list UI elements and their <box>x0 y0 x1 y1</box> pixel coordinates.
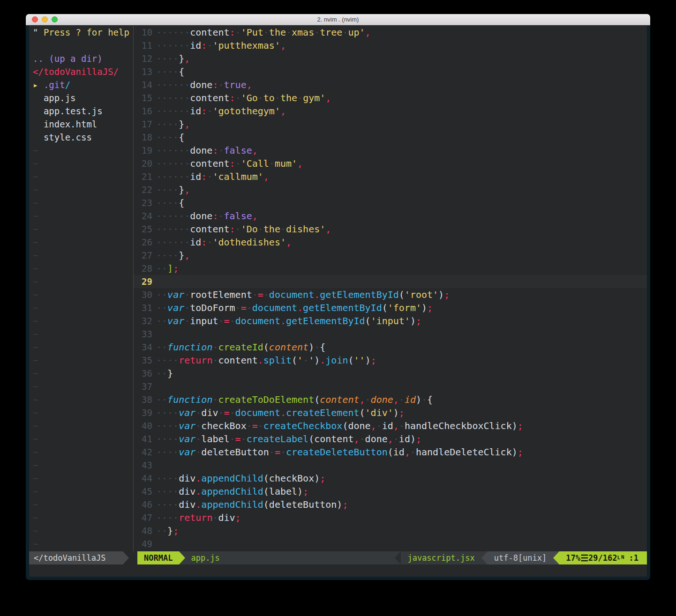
tree-root[interactable]: </todoVanillaJS/ <box>29 65 133 78</box>
line-number: 43 <box>134 459 152 472</box>
line-number: 24 <box>134 209 152 223</box>
empty-line-tilde: ~ <box>29 341 133 354</box>
code-line[interactable]: 21······id:·'callmum', <box>134 170 647 183</box>
line-number: 40 <box>134 419 152 432</box>
code-line[interactable]: 31··var·toDoForm·=·document.getElementBy… <box>134 301 647 314</box>
code-line[interactable]: 13····{ <box>134 65 647 78</box>
empty-line-tilde: ~ <box>29 144 133 157</box>
empty-line-tilde: ~ <box>29 524 133 537</box>
code-line[interactable]: 11······id:·'putthexmas', <box>134 39 647 52</box>
code-line[interactable]: 10······content:·'Put·the·xmas·tree·up', <box>134 26 647 39</box>
code-text: ··function·createToDoElement(content,·do… <box>156 394 433 405</box>
code-line[interactable]: 16······id:·'gotothegym', <box>134 104 647 118</box>
code-line[interactable]: 48··}; <box>134 524 647 537</box>
code-line[interactable]: 20······content:·'Call·mum', <box>134 157 647 170</box>
empty-line-tilde: ~ <box>29 223 133 236</box>
empty-line-tilde: ~ <box>29 445 133 459</box>
code-line[interactable]: 26······id:·'dothedishes', <box>134 236 647 249</box>
code-line[interactable]: 40····var·checkBox·=·createCheckbox(done… <box>134 419 647 432</box>
cursor-position: 29/162 <box>588 551 617 564</box>
code-line[interactable]: 38··function·createToDoElement(content,·… <box>134 393 647 406</box>
code-text: ······id:·'callmum', <box>156 171 269 182</box>
empty-line-tilde: ~ <box>29 236 133 249</box>
code-text: ··]; <box>156 263 179 274</box>
code-line[interactable]: 17····}, <box>134 118 647 131</box>
code-line[interactable]: 14······done:·true, <box>134 78 647 91</box>
code-line[interactable]: 23····{ <box>134 196 647 209</box>
code-text: ······content:·'Do·the·dishes', <box>156 223 331 235</box>
tree-up-dir[interactable]: .. (up a dir) <box>29 52 133 65</box>
code-line[interactable]: 35····return·content.split('·').join('')… <box>134 354 647 367</box>
statusline-encoding: utf-8[unix] <box>488 551 554 564</box>
tree-item-app-js[interactable]: app.js <box>29 91 133 104</box>
line-number: 49 <box>134 537 152 550</box>
terminal-window: 2. nvim . (nvim) " Press ? for help.. (u… <box>26 14 650 580</box>
empty-line-tilde: ~ <box>29 314 133 327</box>
nerdtree-sidebar[interactable]: " Press ? for help.. (up a dir)</todoVan… <box>29 26 133 551</box>
statusline-position-segment: 17% ☰ 29/162 LN : 1 <box>559 551 647 564</box>
line-number: 44 <box>134 472 152 485</box>
statusline-filetype: javascript.jsx <box>401 551 481 564</box>
tree-item-app-test-js[interactable]: app.test.js <box>29 104 133 118</box>
colon-separator: : <box>629 551 634 564</box>
code-line[interactable]: 33 <box>134 327 647 341</box>
code-text: ······done:·true, <box>156 79 252 90</box>
code-line[interactable]: 18····{ <box>134 131 647 144</box>
code-line[interactable]: 34··function·createId(content)·{ <box>134 341 647 354</box>
code-line[interactable]: 30··var·rootElement·=·document.getElemen… <box>134 288 647 301</box>
empty-line-tilde: ~ <box>29 196 133 209</box>
code-line[interactable]: 43 <box>134 459 647 472</box>
tree-blank <box>29 39 133 52</box>
tree-item-index-html[interactable]: index.html <box>29 118 133 131</box>
code-line[interactable]: 45····div.appendChild(label); <box>134 485 647 498</box>
code-text: ····div.appendChild(deleteButton); <box>156 499 348 510</box>
line-number: 10 <box>134 26 152 39</box>
line-number: 11 <box>134 39 152 52</box>
code-text: ··var·toDoForm·=·document.getElementById… <box>156 302 433 313</box>
powerline-arrow-icon <box>553 551 559 564</box>
line-number-icon: LN <box>617 553 624 563</box>
code-line[interactable]: 41····var·label·=·createLabel(content,·d… <box>134 432 647 445</box>
line-number: 31 <box>134 301 152 314</box>
code-line[interactable]: 19······done:·false, <box>134 144 647 157</box>
code-text: ····}, <box>156 184 190 195</box>
line-number: 27 <box>134 249 152 262</box>
code-line[interactable]: 24······done:·false, <box>134 209 647 223</box>
tree-item-style-css[interactable]: style.css <box>29 131 133 144</box>
line-number: 20 <box>134 157 152 170</box>
tree-help-line: " Press ? for help <box>29 26 133 39</box>
code-line[interactable]: 36··} <box>134 367 647 380</box>
window-titlebar: 2. nvim . (nvim) <box>26 14 650 25</box>
line-number: 14 <box>134 78 152 91</box>
empty-line-tilde: ~ <box>29 406 133 419</box>
code-line[interactable]: 15······content:·'Go·to·the·gym', <box>134 91 647 104</box>
statusline-filename: app.js <box>191 551 219 564</box>
code-text: ······content:·'Go·to·the·gym', <box>156 92 331 104</box>
code-line[interactable]: 25······content:·'Do·the·dishes', <box>134 223 647 236</box>
code-line[interactable]: 37 <box>134 380 647 393</box>
line-number: 23 <box>134 196 152 209</box>
code-line[interactable]: 12····}, <box>134 52 647 65</box>
editor-buffer[interactable]: 10······content:·'Put·the·xmas·tree·up',… <box>134 26 647 551</box>
line-number: 47 <box>134 511 152 524</box>
code-line[interactable]: 32··var·input·=·document.getElementById(… <box>134 314 647 327</box>
code-line[interactable]: 46····div.appendChild(deleteButton); <box>134 498 647 511</box>
command-line[interactable] <box>29 564 647 577</box>
tree-item-git[interactable]: ▸ .git/ <box>29 78 133 91</box>
code-line[interactable]: 28··]; <box>134 262 647 275</box>
code-line[interactable]: 47····return·div; <box>134 511 647 524</box>
code-line[interactable]: 27····}, <box>134 249 647 262</box>
code-line[interactable]: 22····}, <box>134 183 647 196</box>
code-text: ······content:·'Call·mum', <box>156 158 303 169</box>
code-text: ······id:·'gotothegym', <box>156 105 286 117</box>
empty-line-tilde: ~ <box>29 537 133 550</box>
code-line[interactable]: 49 <box>134 537 647 550</box>
code-line[interactable]: 39····var·div·=·document.createElement('… <box>134 406 647 419</box>
code-line[interactable]: 29 <box>134 275 647 288</box>
line-number: 30 <box>134 288 152 301</box>
code-line[interactable]: 42····var·deleteButton·=·createDeleteBut… <box>134 445 647 459</box>
code-text: ····{ <box>156 132 184 143</box>
code-line[interactable]: 44····div.appendChild(checkBox); <box>134 472 647 485</box>
line-number: 37 <box>134 380 152 393</box>
line-number: 12 <box>134 52 152 65</box>
